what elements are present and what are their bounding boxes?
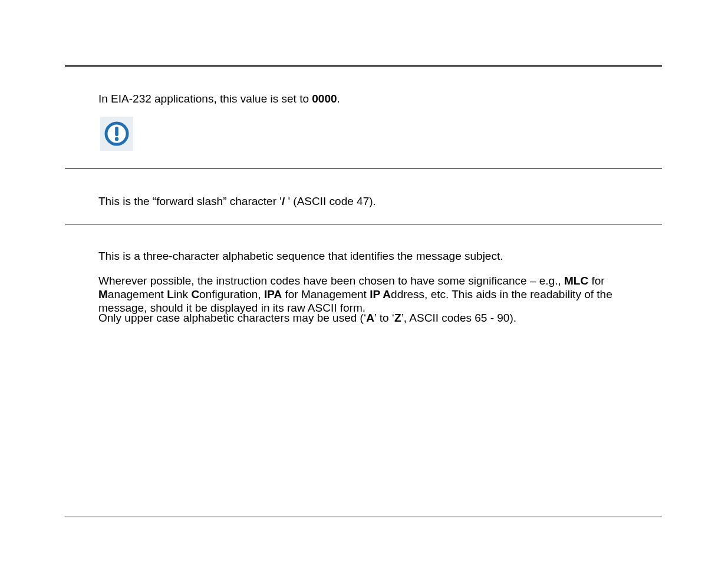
bold-m: M bbox=[98, 288, 108, 300]
horizontal-rule bbox=[65, 65, 662, 67]
text-run: ' (ASCII code 47). bbox=[285, 195, 376, 207]
text-run: anagement bbox=[108, 288, 167, 300]
paragraph-instruction-code-intro: This is a three-character alphabetic seq… bbox=[98, 249, 662, 263]
paragraph-uppercase-rule: Only upper case alphabetic characters ma… bbox=[98, 311, 662, 325]
bold-a: A bbox=[366, 312, 374, 324]
alert-circle-icon bbox=[104, 121, 130, 147]
svg-point-2 bbox=[115, 137, 118, 141]
paragraph-instruction-code-examples: Wherever possible, the instruction codes… bbox=[98, 274, 662, 315]
text-run: . bbox=[337, 92, 340, 105]
text-run: for Management bbox=[282, 288, 370, 300]
horizontal-rule bbox=[65, 517, 662, 517]
bold-value: 0000 bbox=[312, 92, 337, 105]
bold-l: L bbox=[167, 288, 174, 300]
svg-rect-1 bbox=[115, 127, 118, 136]
bold-mlc: MLC bbox=[564, 275, 588, 287]
paragraph-eia232: In EIA-232 applications, this value is s… bbox=[98, 92, 662, 105]
text-run: ’, ASCII codes 65 - 90). bbox=[401, 312, 516, 324]
alert-icon-box bbox=[100, 117, 133, 151]
text-run: Only upper case alphabetic characters ma… bbox=[98, 312, 366, 324]
document-page: In EIA-232 applications, this value is s… bbox=[0, 0, 728, 562]
text-run: This is the “forward slash” character ' bbox=[98, 195, 282, 207]
text-run: In EIA-232 applications, this value is s… bbox=[98, 92, 312, 105]
text-run: onfiguration, bbox=[199, 288, 264, 300]
text-run: ’ to ‘ bbox=[374, 312, 394, 324]
horizontal-rule bbox=[65, 168, 662, 169]
text-run: This is a three-character alphabetic seq… bbox=[98, 250, 503, 262]
paragraph-forward-slash: This is the “forward slash” character '/… bbox=[98, 194, 662, 208]
bold-ipa: IPA bbox=[264, 288, 282, 300]
bold-ip-a: IP A bbox=[370, 288, 391, 300]
bold-c: C bbox=[191, 288, 199, 300]
text-run: for bbox=[588, 275, 604, 287]
text-run: Wherever possible, the instruction codes… bbox=[98, 275, 564, 287]
bold-z: Z bbox=[394, 312, 401, 324]
text-run: ink bbox=[174, 288, 192, 300]
horizontal-rule bbox=[65, 224, 662, 224]
